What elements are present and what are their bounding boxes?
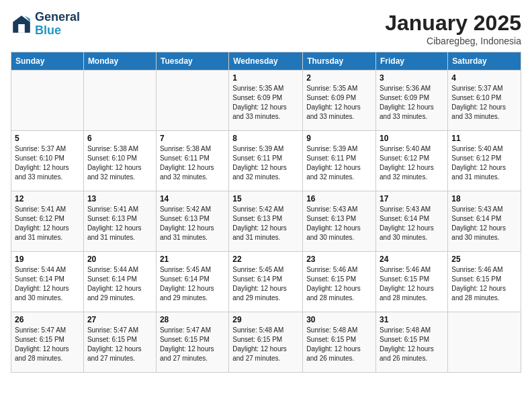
day-info: Sunrise: 5:44 AM Sunset: 6:14 PM Dayligh… [15,265,80,303]
week-row-1: 1Sunrise: 5:35 AM Sunset: 6:09 PM Daylig… [11,71,521,131]
week-row-2: 5Sunrise: 5:37 AM Sunset: 6:10 PM Daylig… [11,131,521,191]
day-cell: 9Sunrise: 5:39 AM Sunset: 6:11 PM Daylig… [303,131,376,191]
day-cell: 4Sunrise: 5:37 AM Sunset: 6:10 PM Daylig… [448,71,521,131]
day-cell: 10Sunrise: 5:40 AM Sunset: 6:12 PM Dayli… [376,131,448,191]
day-cell: 15Sunrise: 5:42 AM Sunset: 6:13 PM Dayli… [229,191,303,252]
calendar-table: SundayMondayTuesdayWednesdayThursdayFrid… [11,52,521,373]
location: Cibaregbeg, Indonesia [385,36,521,46]
day-info: Sunrise: 5:44 AM Sunset: 6:14 PM Dayligh… [87,265,152,303]
header-cell-tuesday: Tuesday [156,52,228,71]
day-cell: 14Sunrise: 5:42 AM Sunset: 6:13 PM Dayli… [156,191,228,252]
day-info: Sunrise: 5:39 AM Sunset: 6:11 PM Dayligh… [232,144,299,182]
week-row-5: 26Sunrise: 5:47 AM Sunset: 6:15 PM Dayli… [11,312,521,373]
header-cell-monday: Monday [83,52,156,71]
svg-rect-3 [18,24,25,33]
day-cell: 13Sunrise: 5:41 AM Sunset: 6:13 PM Dayli… [83,191,156,252]
day-cell: 31Sunrise: 5:48 AM Sunset: 6:15 PM Dayli… [376,312,448,373]
day-cell: 26Sunrise: 5:47 AM Sunset: 6:15 PM Dayli… [11,312,84,373]
page-header: General Blue January 2025 Cibaregbeg, In… [11,11,521,46]
logo-icon [11,13,32,35]
logo-text: General Blue [35,11,80,38]
day-info: Sunrise: 5:45 AM Sunset: 6:14 PM Dayligh… [160,265,225,303]
day-number: 14 [160,194,225,203]
day-cell [448,312,521,373]
day-cell: 28Sunrise: 5:47 AM Sunset: 6:15 PM Dayli… [156,312,228,373]
day-info: Sunrise: 5:48 AM Sunset: 6:15 PM Dayligh… [380,326,444,363]
day-info: Sunrise: 5:43 AM Sunset: 6:13 PM Dayligh… [306,205,372,242]
week-row-4: 19Sunrise: 5:44 AM Sunset: 6:14 PM Dayli… [11,252,521,312]
day-info: Sunrise: 5:46 AM Sunset: 6:15 PM Dayligh… [380,265,444,303]
day-number: 22 [232,255,299,264]
day-info: Sunrise: 5:47 AM Sunset: 6:15 PM Dayligh… [87,326,152,363]
day-info: Sunrise: 5:48 AM Sunset: 6:15 PM Dayligh… [306,326,372,363]
day-info: Sunrise: 5:35 AM Sunset: 6:09 PM Dayligh… [232,84,299,122]
day-number: 6 [87,134,152,143]
day-info: Sunrise: 5:41 AM Sunset: 6:12 PM Dayligh… [15,205,80,242]
day-number: 16 [306,194,372,203]
header-cell-sunday: Sunday [11,52,84,71]
day-number: 19 [15,255,80,264]
day-info: Sunrise: 5:47 AM Sunset: 6:15 PM Dayligh… [160,326,225,363]
day-cell: 3Sunrise: 5:36 AM Sunset: 6:09 PM Daylig… [376,71,448,131]
day-number: 24 [380,255,444,264]
day-number: 28 [160,315,225,324]
day-number: 3 [380,73,444,83]
day-number: 12 [15,194,80,203]
day-cell: 2Sunrise: 5:35 AM Sunset: 6:09 PM Daylig… [303,71,376,131]
day-cell: 1Sunrise: 5:35 AM Sunset: 6:09 PM Daylig… [229,71,303,131]
day-number: 5 [15,134,80,143]
day-number: 25 [451,255,517,264]
day-number: 7 [160,134,225,143]
day-info: Sunrise: 5:43 AM Sunset: 6:14 PM Dayligh… [451,205,517,242]
day-number: 4 [451,73,517,83]
day-cell [83,71,156,131]
day-cell: 22Sunrise: 5:45 AM Sunset: 6:14 PM Dayli… [229,252,303,312]
day-cell: 11Sunrise: 5:40 AM Sunset: 6:12 PM Dayli… [448,131,521,191]
day-number: 2 [306,73,372,83]
day-cell: 23Sunrise: 5:46 AM Sunset: 6:15 PM Dayli… [303,252,376,312]
day-cell: 19Sunrise: 5:44 AM Sunset: 6:14 PM Dayli… [11,252,84,312]
day-cell: 12Sunrise: 5:41 AM Sunset: 6:12 PM Dayli… [11,191,84,252]
day-cell: 17Sunrise: 5:43 AM Sunset: 6:14 PM Dayli… [376,191,448,252]
day-number: 18 [451,194,517,203]
day-info: Sunrise: 5:46 AM Sunset: 6:15 PM Dayligh… [306,265,372,303]
day-number: 11 [451,134,517,143]
day-cell: 24Sunrise: 5:46 AM Sunset: 6:15 PM Dayli… [376,252,448,312]
header-cell-wednesday: Wednesday [229,52,303,71]
logo: General Blue [11,11,80,38]
day-cell: 8Sunrise: 5:39 AM Sunset: 6:11 PM Daylig… [229,131,303,191]
day-info: Sunrise: 5:43 AM Sunset: 6:14 PM Dayligh… [380,205,444,242]
day-info: Sunrise: 5:36 AM Sunset: 6:09 PM Dayligh… [380,84,444,122]
day-number: 27 [87,315,152,324]
day-number: 30 [306,315,372,324]
day-cell [11,71,84,131]
day-cell: 27Sunrise: 5:47 AM Sunset: 6:15 PM Dayli… [83,312,156,373]
day-number: 26 [15,315,80,324]
day-number: 9 [306,134,372,143]
day-number: 29 [232,315,299,324]
day-info: Sunrise: 5:39 AM Sunset: 6:11 PM Dayligh… [306,144,372,182]
header-row: SundayMondayTuesdayWednesdayThursdayFrid… [11,52,521,71]
day-cell: 30Sunrise: 5:48 AM Sunset: 6:15 PM Dayli… [303,312,376,373]
day-info: Sunrise: 5:42 AM Sunset: 6:13 PM Dayligh… [232,205,299,242]
day-number: 8 [232,134,299,143]
day-info: Sunrise: 5:47 AM Sunset: 6:15 PM Dayligh… [15,326,80,363]
day-number: 31 [380,315,444,324]
day-cell: 25Sunrise: 5:46 AM Sunset: 6:15 PM Dayli… [448,252,521,312]
header-cell-saturday: Saturday [448,52,521,71]
day-info: Sunrise: 5:45 AM Sunset: 6:14 PM Dayligh… [232,265,299,303]
day-number: 17 [380,194,444,203]
day-info: Sunrise: 5:38 AM Sunset: 6:11 PM Dayligh… [160,144,225,182]
day-info: Sunrise: 5:40 AM Sunset: 6:12 PM Dayligh… [380,144,444,182]
day-number: 20 [87,255,152,264]
day-cell: 29Sunrise: 5:48 AM Sunset: 6:15 PM Dayli… [229,312,303,373]
header-cell-thursday: Thursday [303,52,376,71]
day-info: Sunrise: 5:40 AM Sunset: 6:12 PM Dayligh… [451,144,517,182]
day-cell: 20Sunrise: 5:44 AM Sunset: 6:14 PM Dayli… [83,252,156,312]
day-info: Sunrise: 5:42 AM Sunset: 6:13 PM Dayligh… [160,205,225,242]
day-info: Sunrise: 5:48 AM Sunset: 6:15 PM Dayligh… [232,326,299,363]
day-cell: 18Sunrise: 5:43 AM Sunset: 6:14 PM Dayli… [448,191,521,252]
day-number: 21 [160,255,225,264]
day-info: Sunrise: 5:37 AM Sunset: 6:10 PM Dayligh… [451,84,517,122]
header-cell-friday: Friday [376,52,448,71]
